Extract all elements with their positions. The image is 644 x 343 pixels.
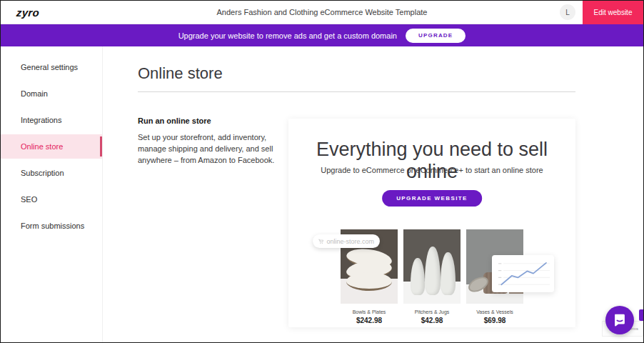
- mini-analytics-card: [492, 255, 554, 292]
- upgrade-banner: Upgrade your website to remove ads and g…: [1, 24, 643, 46]
- product-name: Vases & Vessels: [466, 309, 523, 314]
- edit-website-button[interactable]: Edit website: [583, 1, 643, 24]
- site-title: Anders Fashion and Clothing eCommerce We…: [1, 8, 643, 16]
- product-price: $242.98: [341, 317, 398, 324]
- sidebar-item-general-settings[interactable]: General settings: [1, 55, 102, 79]
- upgrade-banner-text: Upgrade your website to remove ads and g…: [178, 31, 397, 40]
- sidebar-item-online-store[interactable]: Online store: [1, 134, 102, 159]
- intro-paragraph: Set up your storefront, add inventory, m…: [138, 132, 284, 166]
- sidebar-item-domain[interactable]: Domain: [1, 81, 102, 106]
- title-divider: [138, 91, 575, 92]
- top-bar: zyro Anders Fashion and Clothing eCommer…: [1, 1, 643, 24]
- chat-bubble-icon: [612, 312, 628, 328]
- sidebar-item-subscription[interactable]: Subscription: [1, 161, 102, 185]
- product-price: $42.98: [403, 317, 461, 324]
- upgrade-website-button[interactable]: UPGRADE WEBSITE: [382, 190, 482, 207]
- upgrade-card: Everything you need to sell online Upgra…: [288, 119, 575, 327]
- chat-launcher-button[interactable]: [605, 306, 634, 334]
- app-window: zyro Anders Fashion and Clothing eCommer…: [0, 0, 644, 343]
- zyro-logo[interactable]: zyro: [16, 6, 39, 19]
- sidebar-item-label: Domain: [21, 89, 48, 98]
- product-price: $69.98: [466, 317, 523, 324]
- sidebar-item-label: Online store: [21, 142, 63, 151]
- cart-icon: [318, 238, 323, 245]
- chat-side-tab: [639, 309, 644, 321]
- upgrade-banner-button[interactable]: UPGRADE: [406, 29, 466, 43]
- sidebar-item-seo[interactable]: SEO: [1, 187, 102, 212]
- settings-sidebar: General settingsDomainIntegrationsOnline…: [1, 46, 103, 342]
- sidebar-item-integrations[interactable]: Integrations: [1, 108, 102, 132]
- intro-heading: Run an online store: [138, 116, 284, 125]
- sidebar-item-label: Form submissions: [21, 222, 84, 230]
- main-content: Online store Run an online store Set up …: [104, 46, 643, 342]
- product-image: [403, 229, 461, 304]
- sidebar-item-form-submissions[interactable]: Form submissions: [1, 214, 102, 238]
- avatar[interactable]: L: [560, 4, 575, 20]
- sidebar-item-label: SEO: [21, 195, 37, 204]
- upgrade-card-heading: Everything you need to sell online: [288, 139, 575, 183]
- intro-text-block: Run an online store Set up your storefro…: [138, 116, 284, 166]
- product-name: Bowls & Plates: [341, 309, 398, 314]
- sidebar-item-label: General settings: [21, 63, 78, 71]
- mini-line-chart: [498, 259, 550, 289]
- product-name: Pitchers & Jugs: [403, 309, 461, 314]
- browser-url-pill: online-store.com: [313, 234, 380, 248]
- page-title: Online store: [138, 64, 223, 83]
- sidebar-item-label: Integrations: [21, 116, 61, 124]
- product-card: Pitchers & Jugs$42.98: [403, 229, 461, 324]
- upgrade-card-subheading: Upgrade to eCommerce or eCommerce+ to st…: [288, 166, 575, 174]
- sidebar-item-label: Subscription: [21, 169, 64, 177]
- browser-url-text: online-store.com: [326, 238, 374, 245]
